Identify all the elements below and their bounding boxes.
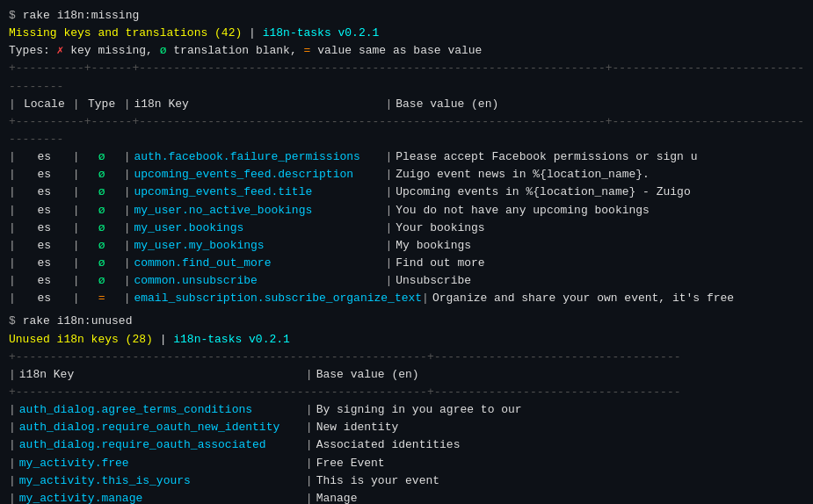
locale-3: es	[16, 184, 73, 201]
type-8: ø	[80, 272, 124, 290]
key-4: my_user.no_active_bookings	[130, 202, 385, 220]
type-4: ø	[80, 202, 124, 220]
type-7: ø	[80, 255, 124, 272]
type-1: ø	[80, 148, 124, 166]
locale-4: es	[16, 202, 73, 220]
col-locale-header: Locale	[16, 96, 73, 113]
type-2: ø	[80, 166, 124, 184]
eq-symbol: =	[304, 44, 311, 57]
sep2: |	[160, 333, 174, 346]
key2-4: my_activity.free	[16, 455, 306, 472]
table2-row-2: | auth_dialog.require_oauth_new_identity…	[9, 419, 804, 436]
table2-divider-top: +---------------------------------------…	[9, 349, 804, 366]
key-6: my_user.my_bookings	[130, 237, 385, 255]
table1-header-row: | Locale | Type | i18n Key | Base value …	[9, 96, 804, 113]
key-5: my_user.bookings	[130, 220, 385, 237]
types-line: Types: ✗ key missing, ø translation blan…	[9, 42, 804, 60]
val-8: Unsubscribe	[392, 272, 471, 290]
table1-row-5: | es | ø | my_user.bookings | Your booki…	[9, 220, 804, 237]
locale-5: es	[16, 220, 73, 237]
prompt-2: $	[9, 314, 16, 328]
tasks-version-1: i18n-tasks v0.2.1	[263, 26, 380, 40]
table1-row-3: | es | ø | upcoming_events_feed.title | …	[9, 184, 804, 201]
eq-desc: value same as base value	[317, 44, 482, 57]
table1-row-9: | es | = | email_subscription.subscribe_…	[9, 290, 804, 307]
table2-row-6: | my_activity.manage | Manage	[9, 490, 804, 504]
cmd-text-1: rake i18n:missing	[23, 9, 140, 22]
key2-5: my_activity.this_is_yours	[16, 472, 306, 490]
val2-5: This is your event	[313, 472, 439, 490]
key-1: auth.facebook.failure_permissions	[130, 148, 385, 166]
sep1: |	[249, 26, 263, 40]
table1-divider-top: +----------+------+---------------------…	[9, 60, 804, 95]
key-3: upcoming_events_feed.title	[130, 184, 385, 201]
locale-8: es	[16, 272, 73, 290]
val-2: Zuigo event news in %{location_name}.	[392, 166, 650, 184]
type-3: ø	[80, 184, 124, 201]
cmd-text-2: rake i18n:unused	[23, 314, 133, 328]
type-5: ø	[80, 220, 124, 237]
unused-title: Unused i18n keys (28)	[9, 333, 153, 346]
table1-divider-mid: +----------+------+---------------------…	[9, 113, 804, 148]
table1-row-1: | es | ø | auth.facebook.failure_permiss…	[9, 148, 804, 166]
table2-divider-mid: +---------------------------------------…	[9, 384, 804, 401]
locale-6: es	[16, 237, 73, 255]
col-type-header: Type	[80, 96, 124, 113]
table2-row-1: | auth_dialog.agree_terms_conditions | B…	[9, 401, 804, 419]
locale-7: es	[16, 255, 73, 272]
val-9: Organize and share your own event, it's …	[429, 290, 734, 307]
missing-header: Missing keys and translations (42) | i18…	[9, 25, 804, 42]
key-2: upcoming_events_feed.description	[130, 166, 385, 184]
val-6: My bookings	[392, 237, 471, 255]
val-7: Find out more	[392, 255, 484, 272]
command-line-2: $ rake i18n:unused	[9, 313, 804, 330]
table1-row-7: | es | ø | common.find_out_more | Find o…	[9, 255, 804, 272]
key-8: common.unsubscribe	[130, 272, 385, 290]
locale-9: es	[16, 290, 73, 307]
val2-2: New identity	[313, 419, 399, 436]
table1-row-8: | es | ø | common.unsubscribe | Unsubscr…	[9, 272, 804, 290]
types-label: Types:	[9, 44, 57, 57]
key2-1: auth_dialog.agree_terms_conditions	[16, 401, 306, 419]
terminal: $ rake i18n:missing Missing keys and tra…	[0, 0, 813, 504]
val-1: Please accept Facebook permissions or si…	[392, 148, 697, 166]
col-val2-header: Base value (en)	[313, 366, 419, 384]
table2-row-5: | my_activity.this_is_yours | This is yo…	[9, 472, 804, 490]
val-5: Your bookings	[392, 220, 484, 237]
key-9: email_subscription.subscribe_organize_te…	[130, 290, 422, 307]
unused-header: Unused i18n keys (28) | i18n-tasks v0.2.…	[9, 331, 804, 349]
key2-2: auth_dialog.require_oauth_new_identity	[16, 419, 306, 436]
val2-6: Manage	[313, 490, 358, 504]
tasks-version-2: i18n-tasks v0.2.1	[173, 333, 290, 346]
val-4: You do not have any upcoming bookings	[392, 202, 650, 220]
val2-1: By signing in you agree to our	[313, 401, 522, 419]
key2-6: my_activity.manage	[16, 490, 306, 504]
x-symbol: ✗	[57, 44, 64, 57]
table2-row-4: | my_activity.free | Free Event	[9, 455, 804, 472]
val2-4: Free Event	[313, 455, 385, 472]
val2-3: Associated identities	[313, 436, 461, 454]
prompt-1: $	[9, 9, 16, 22]
key-7: common.find_out_more	[130, 255, 385, 272]
table1-row-2: | es | ø | upcoming_events_feed.descript…	[9, 166, 804, 184]
col-key2-header: i18n Key	[16, 366, 306, 384]
col-val-header: Base value (en)	[392, 96, 498, 113]
table1-row-6: | es | ø | my_user.my_bookings | My book…	[9, 237, 804, 255]
table1-row-4: | es | ø | my_user.no_active_bookings | …	[9, 202, 804, 220]
col-key-header: i18n Key	[130, 96, 385, 113]
missing-title: Missing keys and translations (42)	[9, 26, 242, 40]
key2-3: auth_dialog.require_oauth_associated	[16, 436, 306, 454]
val-3: Upcoming events in %{location_name} - Zu…	[392, 184, 690, 201]
locale-2: es	[16, 166, 73, 184]
table2-row-3: | auth_dialog.require_oauth_associated |…	[9, 436, 804, 454]
locale-1: es	[16, 148, 73, 166]
zero-desc: translation blank,	[173, 44, 303, 57]
table2-header-row: | i18n Key | Base value (en)	[9, 366, 804, 384]
type-9: =	[80, 290, 124, 307]
command-line-1: $ rake i18n:missing	[9, 7, 804, 25]
type-6: ø	[80, 237, 124, 255]
zero-symbol: ø	[160, 44, 167, 57]
x-desc: key missing,	[70, 44, 159, 57]
